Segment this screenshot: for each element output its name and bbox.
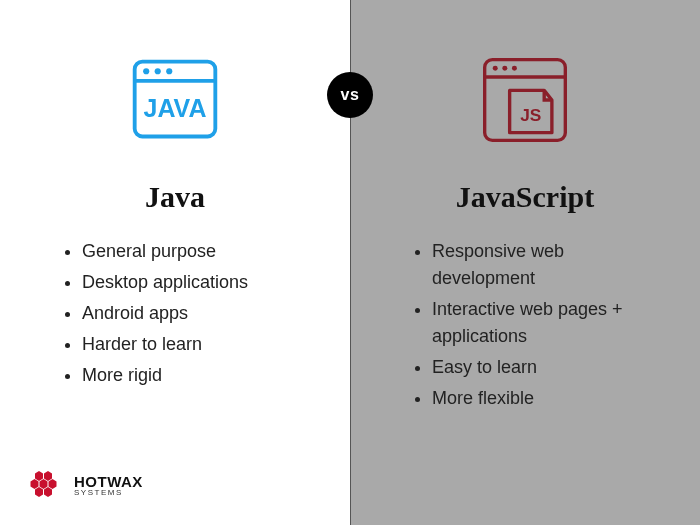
hexagon-cluster-icon xyxy=(30,469,66,501)
right-column: JS JavaScript Responsive web development… xyxy=(350,0,700,525)
java-icon-text: JAVA xyxy=(144,94,207,122)
logo-brand-top: HOTWAX xyxy=(74,474,143,489)
list-item: More flexible xyxy=(432,385,640,412)
left-title: Java xyxy=(145,180,205,214)
left-bullet-list: General purpose Desktop applications And… xyxy=(60,238,290,393)
list-item: Easy to learn xyxy=(432,354,640,381)
logo-text: HOTWAX SYSTEMS xyxy=(74,474,143,497)
svg-marker-16 xyxy=(44,487,52,497)
list-item: More rigid xyxy=(82,362,290,389)
svg-point-9 xyxy=(512,66,517,71)
svg-marker-15 xyxy=(35,487,43,497)
java-icon-slot: JAVA xyxy=(127,40,223,160)
svg-point-8 xyxy=(502,66,507,71)
java-browser-icon: JAVA xyxy=(127,52,223,148)
svg-point-4 xyxy=(166,68,172,74)
svg-marker-12 xyxy=(31,479,39,489)
svg-point-2 xyxy=(143,68,149,74)
list-item: Android apps xyxy=(82,300,290,327)
logo-brand-bottom: SYSTEMS xyxy=(74,489,143,497)
vs-badge: vs xyxy=(327,72,373,118)
svg-marker-10 xyxy=(35,471,43,481)
vs-label: vs xyxy=(341,86,360,104)
js-icon-slot: JS xyxy=(477,40,573,160)
left-column: JAVA Java General purpose Desktop applic… xyxy=(0,0,350,525)
list-item: Desktop applications xyxy=(82,269,290,296)
list-item: General purpose xyxy=(82,238,290,265)
list-item: Responsive web development xyxy=(432,238,640,292)
svg-marker-13 xyxy=(40,479,48,489)
js-icon-text: JS xyxy=(520,105,541,125)
right-title: JavaScript xyxy=(456,180,594,214)
js-browser-icon: JS xyxy=(477,52,573,148)
svg-marker-14 xyxy=(49,479,57,489)
right-bullet-list: Responsive web development Interactive w… xyxy=(410,238,640,416)
comparison-canvas: JAVA Java General purpose Desktop applic… xyxy=(0,0,700,525)
list-item: Interactive web pages + applications xyxy=(432,296,640,350)
svg-marker-11 xyxy=(44,471,52,481)
hotwax-logo: HOTWAX SYSTEMS xyxy=(30,469,143,501)
list-item: Harder to learn xyxy=(82,331,290,358)
svg-point-3 xyxy=(155,68,161,74)
svg-point-7 xyxy=(493,66,498,71)
